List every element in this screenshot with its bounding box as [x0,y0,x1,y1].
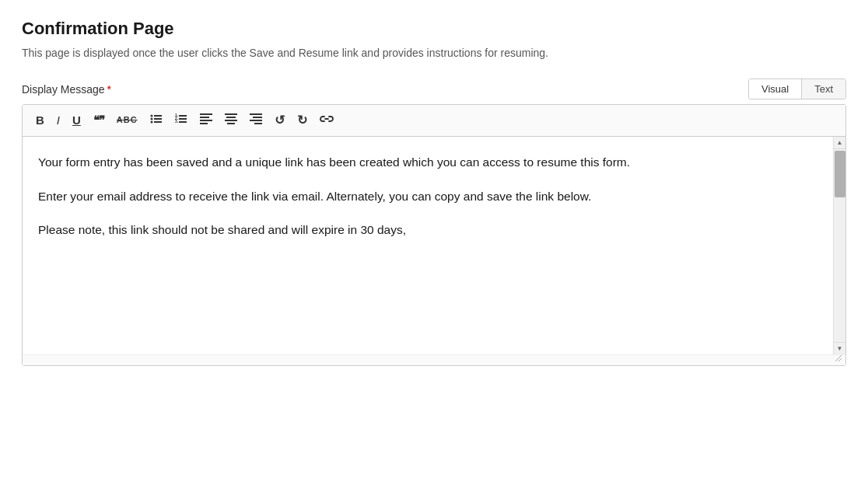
svg-line-25 [838,358,842,361]
content-paragraph-1: Your form entry has been saved and a uni… [38,152,817,173]
page-description: This page is displayed once the user cli… [22,45,838,61]
redo-button[interactable]: ↻ [293,111,311,129]
scrollbar-track[interactable] [834,149,845,354]
italic-button[interactable]: I [53,112,64,129]
svg-point-4 [150,121,152,124]
svg-point-0 [150,115,152,117]
svg-rect-16 [225,113,237,115]
content-paragraph-2: Enter your email address to receive the … [38,187,817,207]
svg-rect-14 [200,120,212,121]
svg-rect-15 [200,123,208,124]
svg-rect-5 [154,121,162,123]
undo-button[interactable]: ↺ [271,111,289,129]
underline-icon: U [72,113,81,127]
content-paragraph-3: Please note, this link should not be sha… [38,220,817,240]
bold-icon: B [36,113,44,127]
strikethrough-button[interactable]: ABC [113,113,142,127]
strikethrough-icon: ABC [117,115,138,125]
page-title: Confirmation Page [22,19,846,39]
unordered-list-button[interactable] [146,111,166,130]
editor-content-wrapper: Your form entry has been saved and a uni… [23,137,845,354]
undo-icon: ↺ [275,113,285,127]
svg-rect-3 [154,118,162,120]
svg-point-2 [150,118,152,120]
svg-rect-19 [227,123,235,124]
resize-handle[interactable] [835,354,844,364]
editor-toolbar: B I U ❝❞ ABC [23,105,845,137]
svg-rect-1 [154,115,162,117]
svg-rect-22 [250,120,262,121]
link-icon [320,113,334,127]
view-toggle: Visual Text [748,78,846,99]
svg-text:3.: 3. [175,119,179,124]
align-right-icon [250,113,262,127]
svg-rect-9 [179,118,187,120]
align-left-button[interactable] [196,112,216,129]
scrollbar[interactable]: ▲ ▼ [833,137,845,354]
svg-rect-17 [226,117,236,118]
underline-button[interactable]: U [68,112,85,129]
align-center-button[interactable] [221,112,241,129]
link-button[interactable] [316,112,338,129]
text-tab[interactable]: Text [802,79,845,99]
align-right-button[interactable] [246,112,266,129]
svg-rect-11 [179,121,187,123]
svg-rect-21 [253,117,262,118]
unordered-list-icon [150,113,163,128]
ordered-list-icon: 1. 2. 3. [175,113,187,128]
italic-icon: I [57,113,60,127]
scroll-up-arrow[interactable]: ▲ [834,137,845,149]
align-left-icon [200,113,212,127]
quote-icon: ❝❞ [93,113,104,127]
svg-rect-13 [200,117,209,118]
svg-rect-23 [254,123,262,124]
ordered-list-button[interactable]: 1. 2. 3. [171,111,191,130]
svg-rect-20 [250,113,262,115]
quote-button[interactable]: ❝❞ [89,112,108,129]
svg-rect-12 [200,113,212,115]
required-marker: * [107,83,111,96]
bold-button[interactable]: B [32,112,48,129]
editor-content-area[interactable]: Your form entry has been saved and a uni… [23,137,833,354]
field-row: Display Message* Visual Text [22,78,846,99]
editor-footer [23,354,845,365]
field-label: Display Message* [22,78,111,96]
scrollbar-thumb[interactable] [835,151,845,197]
svg-rect-18 [225,120,237,121]
redo-icon: ↻ [297,113,307,127]
svg-line-24 [835,355,842,361]
visual-tab[interactable]: Visual [749,79,802,99]
align-center-icon [225,113,237,127]
scroll-down-arrow[interactable]: ▼ [834,342,845,354]
svg-rect-7 [179,115,187,117]
rich-text-editor: B I U ❝❞ ABC [22,104,846,366]
